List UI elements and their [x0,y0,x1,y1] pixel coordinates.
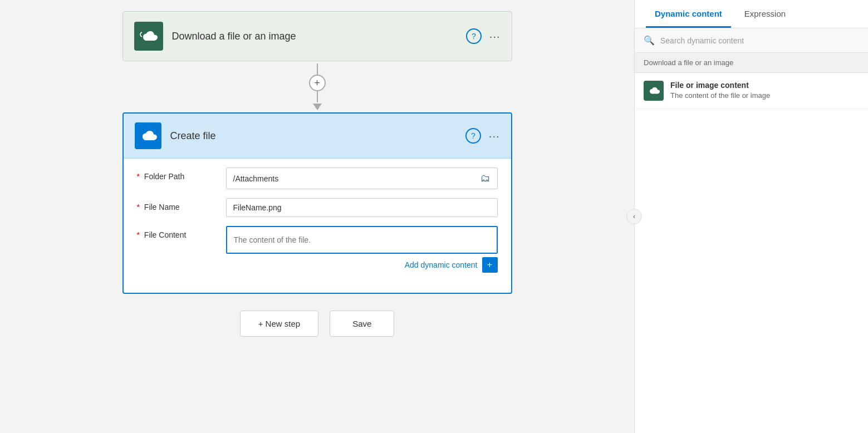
file-name-row: * File Name FileName.png [137,198,498,217]
download-card-icon [134,22,163,51]
file-content-row: * File Content Add dynamic content + [137,226,498,273]
create-file-actions: ? ··· [465,128,500,144]
folder-browse-icon[interactable]: 🗂 [480,173,491,184]
panel-item-text: File or image content The content of the… [670,81,859,100]
file-name-input-wrap: FileName.png [226,198,498,217]
panel-item-title: File or image content [670,81,859,90]
file-content-label: * File Content [137,226,226,239]
create-file-icon [135,122,161,149]
download-help-button[interactable]: ? [466,28,482,44]
add-step-button[interactable]: + [309,75,326,91]
download-card: Download a file or an image ? ··· [122,11,512,61]
search-input[interactable] [660,36,859,45]
bottom-buttons: + New step Save [240,311,395,337]
dynamic-content-section-header: Download a file or an image [635,53,868,73]
download-more-button[interactable]: ··· [489,30,501,43]
create-file-help-button[interactable]: ? [465,128,481,144]
dynamic-content-item[interactable]: File or image content The content of the… [635,73,868,109]
download-card-title: Download a file or an image [172,31,466,42]
create-file-body: * Folder Path /Attachments 🗂 * File Name [124,159,511,293]
folder-path-input[interactable]: /Attachments 🗂 [226,168,498,189]
folder-path-input-wrap: /Attachments 🗂 [226,168,498,189]
create-file-more-button[interactable]: ··· [489,130,500,142]
folder-path-row: * Folder Path /Attachments 🗂 [137,168,498,189]
tab-expression[interactable]: Expression [735,0,795,28]
panel-collapse-button[interactable]: ‹ [626,209,642,224]
folder-path-label: * Folder Path [137,168,226,181]
create-file-title: Create file [170,130,465,142]
right-panel-container: ‹ Dynamic content Expression 🔍 Download … [634,0,868,433]
search-icon: 🔍 [644,35,655,46]
right-panel: Dynamic content Expression 🔍 Download a … [634,0,868,433]
panel-item-desc: The content of the file or image [670,91,859,100]
panel-tabs: Dynamic content Expression [635,0,868,28]
tab-dynamic-content[interactable]: Dynamic content [646,0,731,28]
add-dynamic-row: Add dynamic content + [226,257,498,273]
connector-line-top [317,63,318,75]
file-name-label: * File Name [137,198,226,211]
connector-arrow [313,104,322,110]
download-card-actions: ? ··· [466,28,501,44]
dynamic-content-search: 🔍 [635,28,868,53]
create-file-card: Create file ? ··· * Folder Path /Attachm… [122,112,512,294]
panel-item-icon [644,81,664,101]
add-dynamic-link[interactable]: Add dynamic content [405,260,478,269]
file-name-input[interactable]: FileName.png [226,198,498,217]
file-content-input-wrap: Add dynamic content + [226,226,498,273]
step-connector: + [309,63,326,110]
save-button[interactable]: Save [330,311,394,337]
connector-line-bottom [317,91,318,102]
new-step-button[interactable]: + New step [240,311,318,337]
create-file-header: Create file ? ··· [124,114,511,159]
add-dynamic-button[interactable]: + [482,257,498,273]
file-content-input[interactable] [226,226,498,254]
